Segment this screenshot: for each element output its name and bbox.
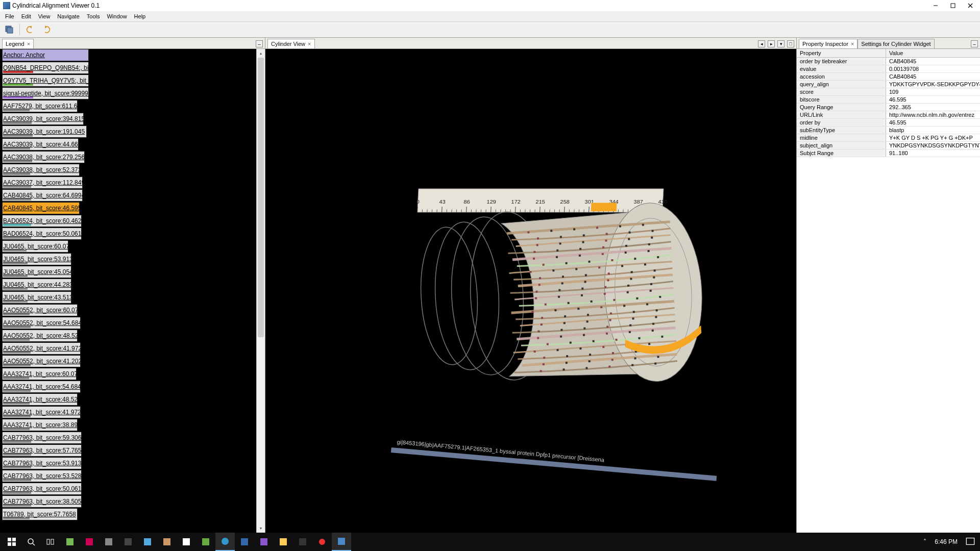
close-icon[interactable]: × bbox=[851, 41, 854, 47]
legend-item[interactable]: signal-peptide, bit_score:99999.99 bbox=[0, 87, 256, 100]
nav-prev-button[interactable]: ◂ bbox=[758, 40, 765, 47]
legend-item[interactable]: AAC39037, bit_score:112.849 bbox=[0, 177, 256, 189]
legend-scrollbar[interactable]: ▴ ▾ bbox=[256, 49, 265, 533]
close-icon[interactable]: × bbox=[27, 41, 30, 47]
tab-cylinder-view[interactable]: Cylinder View × bbox=[267, 39, 315, 48]
cylinder-viewport[interactable]: 04386129172215258301344387430 bbox=[265, 49, 796, 533]
legend-item[interactable]: CAB77963, bit_score:53.5286 bbox=[0, 470, 256, 483]
save-all-button[interactable] bbox=[3, 23, 15, 36]
legend-item[interactable]: AAC39039, bit_score:394.815 bbox=[0, 113, 256, 126]
legend-item[interactable]: JU0465, bit_score:60.077 bbox=[0, 240, 256, 253]
property-row[interactable]: Subjct Range 91..180 bbox=[797, 149, 980, 157]
task-view-icon[interactable] bbox=[41, 533, 60, 551]
close-button[interactable] bbox=[962, 1, 979, 11]
legend-item[interactable]: BAD06524, bit_score:50.0618 bbox=[0, 228, 256, 240]
legend-list[interactable]: Anchor: Anchor Q9NB54_DREPO_Q9NB54:, bit… bbox=[0, 49, 256, 533]
panel-minimize-button[interactable]: – bbox=[971, 40, 978, 47]
taskbar-app-3[interactable] bbox=[99, 533, 118, 551]
taskbar-app-5[interactable] bbox=[138, 533, 157, 551]
maximize-button[interactable] bbox=[944, 1, 962, 11]
legend-item[interactable]: BAD06524, bit_score:60.4622 bbox=[0, 215, 256, 228]
legend-item[interactable]: T06789, bit_score:57.7658 bbox=[0, 508, 256, 521]
taskbar-search-icon[interactable] bbox=[21, 533, 41, 551]
taskbar-app-2[interactable] bbox=[80, 533, 99, 551]
panel-minimize-button[interactable]: – bbox=[256, 40, 263, 47]
tab-settings-cylinder[interactable]: Settings for Cylinder Widget bbox=[857, 39, 934, 48]
property-grid[interactable]: Property Value order by tiebreaker CAB40… bbox=[797, 49, 980, 533]
undo-button[interactable] bbox=[24, 23, 36, 36]
taskbar-app-6[interactable] bbox=[157, 533, 177, 551]
legend-item[interactable]: AAO50552, bit_score:60.077 bbox=[0, 304, 256, 317]
property-row[interactable]: score 109 bbox=[797, 88, 980, 96]
legend-item[interactable]: JU0465, bit_score:44.2838 bbox=[0, 279, 256, 291]
menu-view[interactable]: View bbox=[35, 12, 54, 20]
property-row[interactable]: Query Range 292..365 bbox=[797, 104, 980, 111]
property-row[interactable]: evalue 0.00139708 bbox=[797, 65, 980, 73]
menu-file[interactable]: File bbox=[2, 12, 18, 20]
scroll-up-button[interactable]: ▴ bbox=[257, 49, 265, 58]
property-row[interactable]: query_align YDKKTGPYVPDK-SEDKKPGPYDY-DGP bbox=[797, 81, 980, 88]
legend-item[interactable]: Q9Y7V5_TRIHA_Q9Y7V5:, bit_score:99999.99 bbox=[0, 74, 256, 87]
legend-item[interactable]: CAB77963, bit_score:59.3066 bbox=[0, 432, 256, 444]
tab-legend[interactable]: Legend × bbox=[2, 39, 34, 48]
nav-menu-button[interactable]: ▾ bbox=[777, 40, 785, 47]
legend-item[interactable]: AAO50552, bit_score:41.2022 bbox=[0, 355, 256, 368]
legend-item[interactable]: CAB77963, bit_score:57.7658 bbox=[0, 444, 256, 457]
legend-item[interactable]: JU0465, bit_score:43.5134 bbox=[0, 291, 256, 304]
legend-item[interactable]: Q9NB54_DREPO_Q9NB54:, bit_score:99999.99 bbox=[0, 62, 256, 74]
menu-tools[interactable]: Tools bbox=[83, 12, 104, 20]
property-row[interactable]: accession CAB40845 bbox=[797, 73, 980, 81]
taskbar-app-12[interactable] bbox=[274, 533, 293, 551]
scroll-thumb[interactable] bbox=[258, 58, 264, 337]
scroll-down-button[interactable]: ▾ bbox=[257, 524, 265, 533]
taskbar-app-13[interactable] bbox=[293, 533, 312, 551]
taskbar-app-current[interactable] bbox=[332, 533, 351, 551]
legend-item[interactable]: AAA32741, bit_score:60.077 bbox=[0, 368, 256, 381]
start-button[interactable] bbox=[2, 533, 21, 551]
scroll-track[interactable] bbox=[257, 58, 265, 524]
legend-item[interactable]: AAA32741, bit_score:41.9726 bbox=[0, 406, 256, 419]
legend-item[interactable]: AAA32741, bit_score:48.521 bbox=[0, 393, 256, 406]
taskbar-app-4[interactable] bbox=[118, 533, 138, 551]
legend-item[interactable]: AAO50552, bit_score:48.521 bbox=[0, 330, 256, 342]
legend-item[interactable]: CAB40845, bit_score:64.6994 bbox=[0, 189, 256, 202]
legend-item[interactable]: AAC39038, bit_score:52.373 bbox=[0, 164, 256, 177]
legend-item[interactable]: AAC39039, bit_score:44.669 bbox=[0, 138, 256, 151]
panel-maximize-button[interactable]: □ bbox=[787, 40, 794, 47]
tray-chevron-icon[interactable]: ˄ bbox=[920, 538, 929, 545]
property-row[interactable]: midline Y+K GY D S +K PG Y+ G +DK+P bbox=[797, 134, 980, 142]
taskbar-app-11[interactable] bbox=[254, 533, 274, 551]
menu-edit[interactable]: Edit bbox=[18, 12, 35, 20]
legend-item[interactable]: AAA32741, bit_score:38.891 bbox=[0, 419, 256, 432]
menu-help[interactable]: Help bbox=[131, 12, 150, 20]
notifications-icon[interactable] bbox=[963, 537, 978, 547]
legend-item[interactable]: AAA32741, bit_score:54.6842 bbox=[0, 381, 256, 393]
taskbar-app-9[interactable] bbox=[215, 533, 235, 551]
legend-item[interactable]: AAC39038, bit_score:279.256 bbox=[0, 151, 256, 164]
close-icon[interactable]: × bbox=[308, 41, 311, 47]
legend-item[interactable]: AAO50552, bit_score:54.6842 bbox=[0, 317, 256, 330]
legend-item[interactable]: JU0465, bit_score:45.0542 bbox=[0, 266, 256, 279]
tab-property-inspector[interactable]: Property Inspector × bbox=[799, 39, 857, 48]
property-row[interactable]: subEntityType blastp bbox=[797, 127, 980, 134]
redo-button[interactable] bbox=[40, 23, 53, 36]
property-row[interactable]: URL/Link http://www.ncbi.nlm.nih.gov/ent… bbox=[797, 111, 980, 119]
menu-navigate[interactable]: Navigate bbox=[54, 12, 83, 20]
legend-item[interactable]: JU0465, bit_score:53.9138 bbox=[0, 253, 256, 266]
taskbar-app-1[interactable] bbox=[60, 533, 80, 551]
property-row[interactable]: order by tiebreaker CAB40845 bbox=[797, 58, 980, 65]
property-row[interactable]: bitscore 46.595 bbox=[797, 96, 980, 104]
legend-item[interactable]: CAB77963, bit_score:50.0618 bbox=[0, 483, 256, 495]
legend-item[interactable]: CAB40845, bit_score:46.595 bbox=[0, 202, 256, 215]
legend-item[interactable]: CAB77963, bit_score:53.9138 bbox=[0, 457, 256, 470]
nav-next-button[interactable]: ▸ bbox=[768, 40, 775, 47]
legend-item[interactable]: AAO50552, bit_score:41.9726 bbox=[0, 342, 256, 355]
property-row[interactable]: subject_align YNKDPGSYNKDSGSYNKDPGTYNTAT… bbox=[797, 142, 980, 149]
legend-item[interactable]: CAB77963, bit_score:38.5058 bbox=[0, 495, 256, 508]
taskbar-app-7[interactable] bbox=[177, 533, 196, 551]
taskbar-app-8[interactable] bbox=[196, 533, 215, 551]
legend-item[interactable]: AAC39039, bit_score:191.045 bbox=[0, 126, 256, 138]
menu-window[interactable]: Window bbox=[103, 12, 130, 20]
taskbar-app-14[interactable] bbox=[312, 533, 332, 551]
property-row[interactable]: order by 46.595 bbox=[797, 119, 980, 127]
